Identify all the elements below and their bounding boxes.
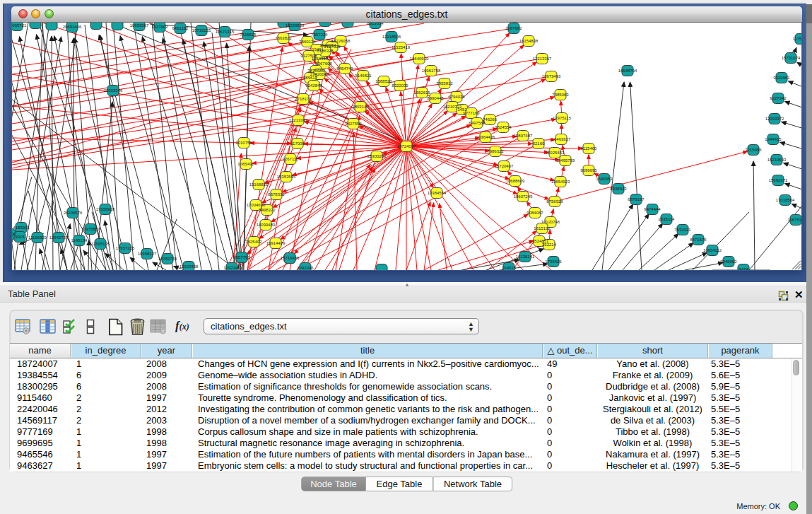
svg-text:5498222: 5498222 [259,208,276,212]
svg-text:9915: 9915 [15,235,25,239]
svg-text:11156829: 11156829 [28,235,47,240]
svg-text:9146821: 9146821 [355,74,372,78]
svg-text:2803144: 2803144 [352,105,369,109]
svg-text:8756928: 8756928 [546,199,563,204]
svg-text:17359928: 17359928 [96,207,115,211]
svg-text:19384554: 19384554 [428,191,447,195]
svg-text:4183901: 4183901 [13,226,30,230]
svg-text:10671315: 10671315 [216,30,235,34]
svg-text:8938923: 8938923 [610,187,627,191]
svg-text:989617: 989617 [303,76,318,80]
svg-text:16154838: 16154838 [519,39,539,43]
svg-text:19654923: 19654923 [551,180,570,184]
svg-text:9127508: 9127508 [300,54,317,58]
svg-text:2087682: 2087682 [505,26,522,30]
svg-text:2718170: 2718170 [295,97,312,101]
svg-text:3660124: 3660124 [299,40,316,44]
svg-text:12942737: 12942737 [49,235,69,240]
svg-text:1010755: 1010755 [235,141,252,145]
svg-text:1145134: 1145134 [71,238,88,243]
svg-text:104515: 104515 [502,266,517,270]
svg-text:17004678: 17004678 [247,203,266,207]
svg-text:6497568: 6497568 [469,121,486,125]
svg-text:10120746: 10120746 [541,220,560,224]
svg-text:1546: 1546 [312,47,322,52]
svg-text:6461162: 6461162 [172,26,189,30]
svg-text:1588520: 1588520 [375,79,392,83]
svg-text:10688609: 10688609 [506,179,525,183]
svg-text:10807487: 10807487 [514,134,533,138]
svg-text:18724007: 18724007 [397,144,416,148]
svg-text:7632021: 7632021 [674,228,691,232]
svg-text:16648794: 16648794 [618,69,637,73]
svg-text:6879197: 6879197 [628,197,645,201]
svg-text:6794028: 6794028 [448,95,465,99]
svg-text:8454749: 8454749 [336,66,353,71]
svg-text:9245052: 9245052 [720,259,737,264]
svg-text:11325419: 11325419 [392,45,411,49]
svg-text:9329961: 9329961 [773,76,790,80]
svg-text:1065492: 1065492 [237,162,254,166]
svg-text:1175074: 1175074 [793,37,801,41]
svg-text:10025453: 10025453 [546,151,565,155]
svg-text:1615132: 1615132 [534,226,551,230]
svg-text:18495759: 18495759 [556,158,575,163]
svg-text:3624554: 3624554 [495,125,512,129]
svg-text:12505135: 12505135 [91,242,110,246]
svg-text:9699695: 9699695 [580,168,597,173]
svg-text:12975115: 12975115 [553,116,572,120]
svg-text:252214: 252214 [542,243,557,247]
svg-text:16640910: 16640910 [410,57,429,61]
svg-text:16961758: 16961758 [422,69,441,73]
svg-text:10975887: 10975887 [81,227,100,231]
svg-text:7485063: 7485063 [552,93,569,97]
svg-text:20364436: 20364436 [476,135,495,139]
svg-text:10719155: 10719155 [192,28,211,33]
svg-text:15353594: 15353594 [277,175,296,179]
svg-text:117006: 117006 [290,141,305,146]
svg-text:7986322: 7986322 [487,149,504,153]
svg-text:62160: 62160 [533,141,545,146]
svg-text:1640953: 1640953 [596,177,613,181]
svg-text:1527602: 1527602 [151,25,168,29]
svg-text:26206576: 26206576 [64,211,83,215]
svg-text:25300203: 25300203 [367,154,387,158]
svg-text:1093346: 1093346 [297,266,314,270]
svg-text:9427552: 9427552 [345,122,362,126]
svg-text:12213367: 12213367 [533,57,552,61]
svg-text:19166825: 19166825 [249,182,269,187]
svg-text:7663822: 7663822 [275,36,292,40]
svg-text:1562615: 1562615 [413,90,430,95]
svg-text:9657791: 9657791 [233,255,250,259]
svg-text:2935114: 2935114 [659,217,676,221]
svg-text:15720407: 15720407 [495,164,514,168]
svg-text:20691406: 20691406 [63,25,82,29]
svg-text:8322035: 8322035 [392,83,408,88]
svg-text:9084067: 9084067 [526,211,543,215]
svg-text:9474: 9474 [739,267,748,270]
svg-text:16914479: 16914479 [266,241,286,245]
svg-text:1167533: 1167533 [788,218,801,222]
svg-text:8678332: 8678332 [268,192,285,197]
svg-text:10973493: 10973493 [542,74,561,78]
svg-text:12218506: 12218506 [382,35,401,39]
svg-text:2367608: 2367608 [315,62,332,66]
svg-text:8471676: 8471676 [690,238,707,242]
svg-text:17957225: 17957225 [116,246,135,250]
svg-text:12923468: 12923468 [180,264,199,269]
svg-text:14099489: 14099489 [257,223,276,227]
svg-text:10653267: 10653267 [130,23,149,28]
svg-text:18607249: 18607249 [514,194,533,199]
svg-text:15716485: 15716485 [281,256,300,260]
svg-text:16033809: 16033809 [286,23,305,28]
svg-text:9227342: 9227342 [770,96,787,100]
svg-text:15751074: 15751074 [782,56,801,60]
svg-text:1733426: 1733426 [545,259,562,264]
svg-text:10958127: 10958127 [138,252,157,256]
svg-text:9242848: 9242848 [305,83,322,88]
svg-text:7625402: 7625402 [245,240,262,244]
svg-text:17016504: 17016504 [776,198,795,202]
svg-text:8813054: 8813054 [367,23,384,25]
svg-text:20053346: 20053346 [104,88,123,93]
svg-text:15226058: 15226058 [331,39,351,43]
